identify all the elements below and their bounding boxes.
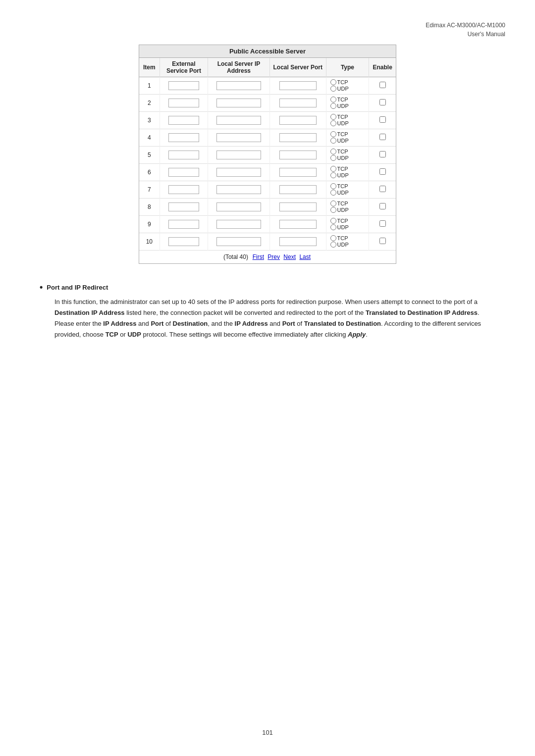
row-5-local-port[interactable]: [269, 147, 326, 164]
input-local-port-7[interactable]: [279, 185, 317, 194]
row-4-type[interactable]: TCPUDP: [326, 129, 369, 147]
row-9-local-port[interactable]: [269, 216, 326, 233]
row-1-local-port[interactable]: [269, 77, 326, 95]
row-2-enable[interactable]: [369, 95, 396, 112]
row-10-enable[interactable]: [369, 233, 396, 251]
row-4-local-port[interactable]: [269, 129, 326, 147]
input-local-port-6[interactable]: [279, 168, 317, 177]
radio-udp-5[interactable]: [330, 155, 336, 161]
row-3-local-port[interactable]: [269, 112, 326, 129]
radio-tcp-8[interactable]: [330, 201, 336, 206]
checkbox-enable-2[interactable]: [379, 99, 386, 105]
input-ext-port-6[interactable]: [168, 168, 199, 177]
input-local-port-3[interactable]: [279, 116, 317, 125]
row-7-type[interactable]: TCPUDP: [326, 181, 369, 199]
checkbox-enable-4[interactable]: [379, 134, 386, 140]
radio-udp-10[interactable]: [330, 242, 336, 248]
pagination-next[interactable]: Next: [283, 253, 296, 260]
row-7-enable[interactable]: [369, 181, 396, 199]
row-5-ext-port[interactable]: [160, 147, 208, 164]
pagination-first[interactable]: First: [253, 253, 264, 260]
row-8-local-ip[interactable]: [208, 199, 270, 216]
row-2-local-ip[interactable]: [208, 95, 270, 112]
input-ext-port-8[interactable]: [168, 202, 199, 211]
checkbox-enable-1[interactable]: [379, 82, 386, 88]
input-local-port-8[interactable]: [279, 202, 317, 211]
radio-udp-6[interactable]: [330, 172, 336, 178]
input-local-ip-6[interactable]: [216, 168, 261, 177]
checkbox-enable-9[interactable]: [379, 220, 386, 227]
row-6-enable[interactable]: [369, 164, 396, 181]
radio-tcp-7[interactable]: [330, 183, 336, 189]
radio-tcp-10[interactable]: [330, 235, 336, 241]
checkbox-enable-8[interactable]: [379, 203, 386, 209]
row-8-type[interactable]: TCPUDP: [326, 199, 369, 216]
input-local-ip-7[interactable]: [216, 185, 261, 194]
row-5-type[interactable]: TCPUDP: [326, 147, 369, 164]
row-8-enable[interactable]: [369, 199, 396, 216]
radio-udp-3[interactable]: [330, 120, 336, 126]
row-1-ext-port[interactable]: [160, 77, 208, 95]
row-8-local-port[interactable]: [269, 199, 326, 216]
row-3-ext-port[interactable]: [160, 112, 208, 129]
row-6-local-ip[interactable]: [208, 164, 270, 181]
checkbox-enable-5[interactable]: [379, 151, 386, 157]
input-local-ip-9[interactable]: [216, 220, 261, 229]
row-6-local-port[interactable]: [269, 164, 326, 181]
pagination-last[interactable]: Last: [299, 253, 311, 260]
input-local-port-2[interactable]: [279, 99, 317, 107]
row-4-local-ip[interactable]: [208, 129, 270, 147]
checkbox-enable-7[interactable]: [379, 186, 386, 192]
row-7-ext-port[interactable]: [160, 181, 208, 199]
row-2-type[interactable]: TCPUDP: [326, 95, 369, 112]
row-7-local-port[interactable]: [269, 181, 326, 199]
row-9-type[interactable]: TCPUDP: [326, 216, 369, 233]
row-4-enable[interactable]: [369, 129, 396, 147]
input-ext-port-1[interactable]: [168, 81, 199, 90]
row-3-type[interactable]: TCPUDP: [326, 112, 369, 129]
row-9-local-ip[interactable]: [208, 216, 270, 233]
radio-tcp-1[interactable]: [330, 79, 336, 85]
row-2-ext-port[interactable]: [160, 95, 208, 112]
row-3-local-ip[interactable]: [208, 112, 270, 129]
input-local-ip-5[interactable]: [216, 151, 261, 159]
input-local-ip-4[interactable]: [216, 133, 261, 142]
row-5-local-ip[interactable]: [208, 147, 270, 164]
input-local-port-4[interactable]: [279, 133, 317, 142]
input-ext-port-4[interactable]: [168, 133, 199, 142]
input-ext-port-7[interactable]: [168, 185, 199, 194]
checkbox-enable-10[interactable]: [379, 238, 386, 244]
radio-udp-9[interactable]: [330, 224, 336, 230]
checkbox-enable-3[interactable]: [379, 116, 386, 123]
pagination-prev[interactable]: Prev: [268, 253, 280, 260]
input-local-port-5[interactable]: [279, 151, 317, 159]
input-ext-port-9[interactable]: [168, 220, 199, 229]
radio-udp-7[interactable]: [330, 190, 336, 196]
input-local-port-1[interactable]: [279, 81, 317, 90]
row-10-local-port[interactable]: [269, 233, 326, 251]
input-local-ip-10[interactable]: [216, 237, 261, 246]
row-1-local-ip[interactable]: [208, 77, 270, 95]
input-local-port-10[interactable]: [279, 237, 317, 246]
radio-tcp-9[interactable]: [330, 218, 336, 224]
input-local-port-9[interactable]: [279, 220, 317, 229]
input-local-ip-3[interactable]: [216, 116, 261, 125]
row-1-enable[interactable]: [369, 77, 396, 95]
row-4-ext-port[interactable]: [160, 129, 208, 147]
row-9-enable[interactable]: [369, 216, 396, 233]
row-10-local-ip[interactable]: [208, 233, 270, 251]
input-local-ip-2[interactable]: [216, 99, 261, 107]
row-5-enable[interactable]: [369, 147, 396, 164]
row-10-type[interactable]: TCPUDP: [326, 233, 369, 251]
radio-udp-8[interactable]: [330, 207, 336, 213]
row-6-ext-port[interactable]: [160, 164, 208, 181]
row-7-local-ip[interactable]: [208, 181, 270, 199]
checkbox-enable-6[interactable]: [379, 168, 386, 175]
row-2-local-port[interactable]: [269, 95, 326, 112]
radio-udp-4[interactable]: [330, 138, 336, 144]
row-1-type[interactable]: TCPUDP: [326, 77, 369, 95]
input-ext-port-3[interactable]: [168, 116, 199, 125]
row-6-type[interactable]: TCPUDP: [326, 164, 369, 181]
radio-tcp-4[interactable]: [330, 131, 336, 137]
input-local-ip-8[interactable]: [216, 202, 261, 211]
